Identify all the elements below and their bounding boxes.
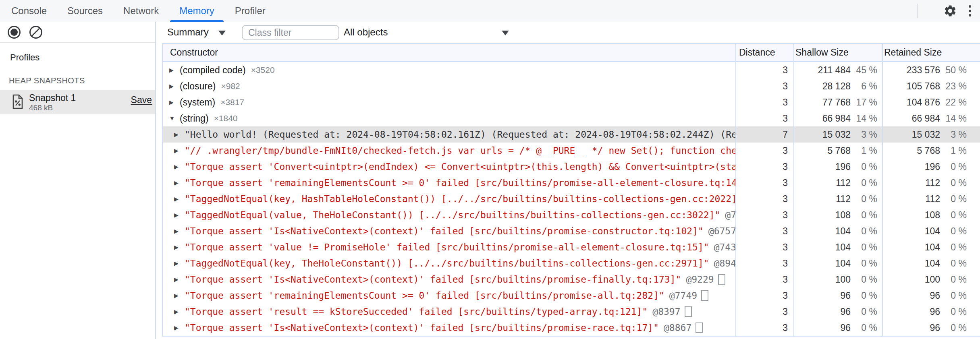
string-instance-row[interactable]: ▶"Torque assert 'Is<NativeContext>(conte… [163, 271, 980, 287]
string-instance-row[interactable]: ▶"Torque assert 'Is<NativeContext>(conte… [163, 223, 980, 239]
string-instance-row[interactable]: ▶"Torque assert 'result == kStoreSuccede… [163, 304, 980, 320]
expand-arrow-icon[interactable]: ▶ [174, 308, 185, 315]
constructor-cell: ▶"// .wrangler/tmp/bundle-FmNIt0/checked… [163, 143, 735, 159]
string-instance-row[interactable]: ▶"TaggedNotEqual(key, HashTableHoleConst… [163, 191, 980, 207]
retained-size-cell: 1040 % [883, 239, 980, 255]
constructor-name: (closure) [180, 81, 216, 92]
shallow-size-value: 96 [840, 306, 851, 317]
string-instance-row[interactable]: ▶"Torque assert 'Is<NativeContext>(conte… [163, 320, 980, 336]
constructor-group-row[interactable]: ▼(string)×1840366 98414 %66 98414 % [163, 110, 980, 126]
grid-header: Constructor Distance Shallow Size Retain… [163, 44, 980, 62]
retained-size-percent: 0 % [940, 274, 967, 285]
retained-size-percent: 0 % [940, 322, 967, 333]
collapse-arrow-icon[interactable]: ▼ [169, 115, 180, 122]
clear-profiles-icon[interactable] [29, 26, 42, 39]
shallow-size-percent: 0 % [851, 226, 877, 237]
record-heap-snapshot-icon[interactable] [8, 26, 21, 39]
expand-arrow-icon[interactable]: ▶ [174, 292, 185, 299]
tab-network[interactable]: Network [114, 0, 168, 22]
distance-cell: 3 [736, 175, 793, 191]
expand-arrow-icon[interactable]: ▶ [169, 67, 180, 73]
distance-cell: 3 [736, 110, 793, 126]
retained-size-percent: 0 % [940, 290, 967, 301]
expand-arrow-icon[interactable]: ▶ [174, 244, 185, 250]
distance-cell: 3 [736, 255, 793, 271]
expand-arrow-icon[interactable]: ▶ [174, 131, 185, 138]
string-instance-row[interactable]: ▶"Hello world! (Requested at: 2024-08-19… [163, 126, 980, 143]
constructor-cell: ▶"Torque assert 'remainingElementsCount … [163, 287, 735, 304]
string-instance-row[interactable]: ▶"Torque assert 'remainingElementsCount … [163, 175, 980, 191]
expand-arrow-icon[interactable]: ▶ [169, 99, 180, 105]
tab-memory-label: Memory [179, 5, 214, 17]
string-instance-row[interactable]: ▶"// .wrangler/tmp/bundle-FmNIt0/checked… [163, 143, 980, 159]
more-options-kebab-icon[interactable] [969, 5, 971, 17]
distance-cell: 3 [736, 320, 793, 336]
distance-cell: 3 [736, 143, 793, 159]
string-value: "Torque assert 'Is<NativeContext>(contex… [185, 322, 659, 333]
shallow-size-cell: 1080 % [794, 207, 882, 223]
string-value: "Hello world! (Requested at: 2024-08-19T… [185, 129, 735, 140]
retained-size-value: 96 [930, 322, 940, 333]
string-instance-row[interactable]: ▶"TaggedNotEqual(value, TheHoleConstant(… [163, 207, 980, 223]
string-value: "TaggedNotEqual(key, HashTableHoleConsta… [185, 194, 735, 204]
snapshot-list-item[interactable]: Snapshot 1 468 kB Save [0, 90, 155, 114]
expand-arrow-icon[interactable]: ▶ [174, 228, 185, 234]
grid-rows: ▶(compiled code)×35203211 48445 %233 576… [163, 62, 980, 336]
expand-arrow-icon[interactable]: ▶ [174, 325, 185, 331]
string-instance-row[interactable]: ▶"Torque assert 'value != PromiseHole' f… [163, 239, 980, 255]
column-header-retained-size[interactable]: Retained Size [884, 44, 942, 61]
retained-size-percent: 0 % [940, 210, 967, 221]
column-header-constructor[interactable]: Constructor [170, 44, 218, 61]
retained-size-percent: 1 % [940, 145, 967, 156]
objects-filter-select[interactable]: All objects [344, 27, 388, 38]
retained-size-percent: 0 % [940, 161, 967, 172]
constructor-cell: ▶"Torque assert 'value != PromiseHole' f… [163, 239, 735, 255]
constructor-group-row[interactable]: ▶(compiled code)×35203211 48445 %233 576… [163, 62, 980, 78]
constructor-cell: ▼(string)×1840 [163, 110, 735, 126]
save-snapshot-link[interactable]: Save [131, 95, 152, 105]
shallow-size-value: 112 [836, 178, 851, 188]
retained-size-value: 196 [925, 161, 940, 172]
perspective-select[interactable]: Summary [167, 27, 209, 38]
string-instance-row[interactable]: ▶"Torque assert 'Convert<uintptr>(endInd… [163, 159, 980, 175]
expand-arrow-icon[interactable]: ▶ [174, 163, 185, 170]
constructor-cell: ▶"Torque assert 'remainingElementsCount … [163, 175, 735, 191]
string-value: "Torque assert 'result == kStoreSucceded… [185, 306, 648, 317]
expand-arrow-icon[interactable]: ▶ [169, 83, 180, 89]
perspective-select-arrow-icon[interactable] [218, 31, 226, 35]
expand-arrow-icon[interactable]: ▶ [174, 147, 185, 154]
tab-console[interactable]: Console [2, 0, 56, 22]
shallow-size-percent: 6 % [851, 81, 877, 92]
expand-arrow-icon[interactable]: ▶ [174, 260, 185, 267]
tab-profiler[interactable]: Profiler [226, 0, 275, 22]
class-filter-input[interactable] [242, 25, 339, 40]
object-id: @8945 [714, 258, 735, 269]
tab-sources[interactable]: Sources [58, 0, 112, 22]
string-value: "Torque assert 'value != PromiseHole' fa… [185, 242, 709, 252]
string-value: "Torque assert 'Is<NativeContext>(contex… [185, 226, 704, 236]
string-value: "TaggedNotEqual(key, TheHoleConstant()) … [185, 258, 709, 269]
constructor-group-row[interactable]: ▶(system)×3817377 76817 %104 87622 % [163, 94, 980, 110]
expand-arrow-icon[interactable]: ▶ [174, 196, 185, 202]
object-id: @8867 [664, 322, 691, 333]
missing-glyph-box-icon [718, 274, 725, 285]
expand-arrow-icon[interactable]: ▶ [174, 180, 185, 186]
string-instance-row[interactable]: ▶"TaggedNotEqual(key, TheHoleConstant())… [163, 255, 980, 271]
string-value: "Torque assert 'remainingElementsCount >… [185, 290, 664, 301]
column-header-distance[interactable]: Distance [739, 44, 775, 61]
distance-cell: 3 [736, 271, 793, 287]
expand-arrow-icon[interactable]: ▶ [174, 276, 185, 283]
expand-arrow-icon[interactable]: ▶ [174, 212, 185, 218]
retained-size-value: 104 [925, 242, 940, 253]
constructor-cell: ▶(system)×3817 [163, 94, 735, 110]
tab-memory[interactable]: Memory [170, 0, 224, 22]
settings-gear-icon[interactable] [941, 2, 959, 20]
constructor-group-row[interactable]: ▶(closure)×982328 1286 %105 76823 % [163, 78, 980, 94]
retained-size-cell: 1120 % [883, 191, 980, 207]
retained-size-cell: 960 % [883, 287, 980, 304]
objects-filter-select-arrow-icon[interactable] [502, 31, 509, 35]
string-instance-row[interactable]: ▶"Torque assert 'remainingElementsCount … [163, 287, 980, 304]
constructor-cell: ▶"TaggedNotEqual(value, TheHoleConstant(… [163, 207, 735, 223]
column-header-shallow-size[interactable]: Shallow Size [795, 44, 849, 61]
object-id: @6757 [708, 226, 735, 236]
